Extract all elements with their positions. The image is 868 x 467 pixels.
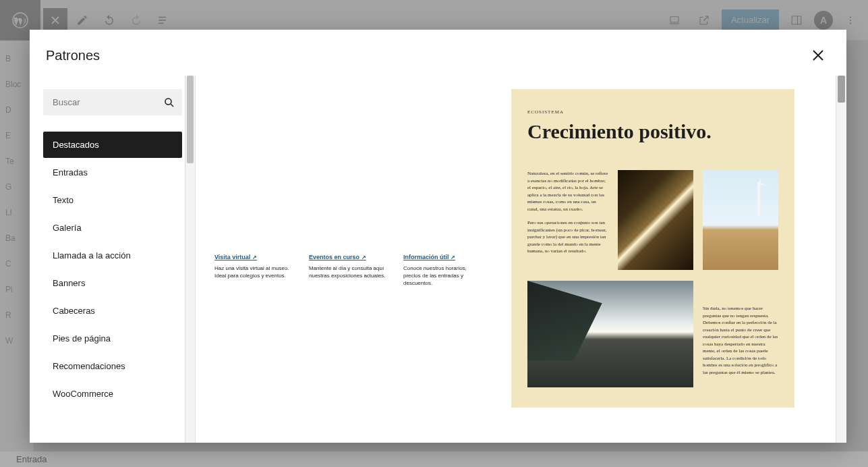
modal-close-button[interactable]: [806, 43, 830, 67]
link-title: Eventos en curso ↗: [309, 254, 366, 260]
patterns-sidebar: DestacadosEntradasTextoGaleríaLlamada a …: [30, 76, 185, 443]
pattern-paragraph: Naturaleza, en el sentido común, se refi…: [527, 170, 608, 213]
category-item-banners[interactable]: Banners: [43, 270, 182, 296]
category-item-texto[interactable]: Texto: [43, 187, 182, 213]
link-arrow-icon: ↗: [252, 254, 257, 260]
category-item-cabeceras[interactable]: Cabeceras: [43, 298, 182, 324]
category-item-llamada-a-la-acción[interactable]: Llamada a la acción: [43, 242, 182, 269]
sidebar-scrollbar[interactable]: [185, 76, 196, 443]
pattern-image-forest: [618, 170, 693, 270]
link-title: Información útil ↗: [403, 254, 455, 260]
link-column: Eventos en curso ↗Mantente al día y cons…: [309, 254, 390, 287]
pattern-eyebrow: ECOSISTEMA: [527, 109, 778, 115]
pattern-title: Crecimiento positivo.: [527, 120, 778, 143]
pattern-text-block: Naturaleza, en el sentido común, se refi…: [527, 170, 608, 270]
category-list: DestacadosEntradasTextoGaleríaLlamada a …: [43, 132, 182, 407]
scrollbar-thumb[interactable]: [838, 76, 845, 103]
close-icon: [810, 47, 826, 63]
modal-title: Patrones: [46, 48, 100, 63]
link-column: Información útil ↗Conoce nuestros horari…: [403, 254, 484, 287]
svg-point-6: [165, 99, 171, 105]
pattern-preview-growth[interactable]: ECOSISTEMA Crecimiento positivo. Natural…: [511, 89, 794, 408]
link-arrow-icon: ↗: [361, 254, 366, 260]
search-box: [43, 89, 182, 115]
category-item-destacados[interactable]: Destacados: [43, 132, 182, 158]
category-item-pies-de-página[interactable]: Pies de página: [43, 325, 182, 352]
pattern-paragraph: Pero sus operaciones en conjunto son tan…: [527, 219, 608, 255]
link-title: Visita virtual ↗: [214, 254, 257, 260]
link-column: Visita virtual ↗Haz una visita virtual a…: [214, 254, 295, 287]
pattern-paragraph: Sin duda, no tenemos que hacer preguntas…: [703, 281, 778, 387]
category-item-woocommerce[interactable]: WooCommerce: [43, 381, 182, 407]
category-item-recomendaciones[interactable]: Recomendaciones: [43, 353, 182, 379]
scrollbar-thumb[interactable]: [187, 76, 194, 163]
pattern-preview-links[interactable]: Visita virtual ↗Haz una visita virtual a…: [214, 89, 484, 287]
patterns-modal: Patrones DestacadosEntradasTextoGaleríaL…: [30, 30, 846, 443]
link-description: Mantente al día y consulta aquí nuestras…: [309, 265, 390, 279]
pattern-image-windmill: [703, 170, 778, 270]
patterns-preview-area: Visita virtual ↗Haz una visita virtual a…: [196, 76, 836, 443]
search-input[interactable]: [43, 89, 182, 115]
link-description: Conoce nuestros horarios, precios de las…: [403, 265, 484, 287]
search-icon: [163, 97, 175, 109]
pattern-image-coast: [527, 281, 693, 387]
link-arrow-icon: ↗: [451, 254, 455, 260]
category-item-galería[interactable]: Galería: [43, 215, 182, 241]
category-item-entradas[interactable]: Entradas: [43, 159, 182, 186]
link-description: Haz una visita virtual al museo. Ideal p…: [214, 265, 295, 279]
preview-scrollbar[interactable]: [836, 76, 846, 443]
